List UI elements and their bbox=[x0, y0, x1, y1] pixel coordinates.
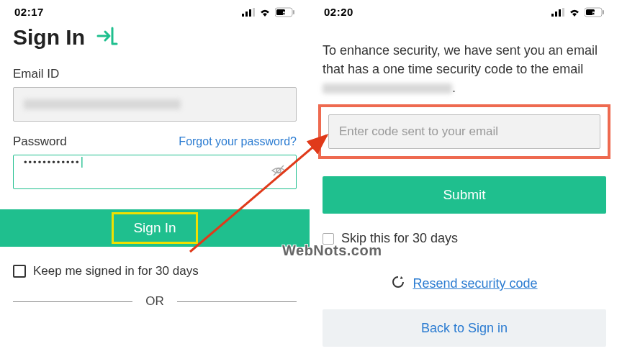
svg-rect-0 bbox=[242, 14, 244, 17]
redacted-email bbox=[323, 83, 452, 94]
svg-text:53: 53 bbox=[283, 9, 289, 16]
svg-rect-16 bbox=[603, 10, 604, 14]
svg-rect-2 bbox=[249, 9, 251, 17]
password-input[interactable]: ••••••••••••| bbox=[13, 155, 297, 189]
battery-icon: 53 bbox=[275, 7, 295, 17]
signin-screen: 02:17 53 Sign In Email bbox=[0, 0, 310, 364]
signin-button[interactable]: Sign In bbox=[0, 209, 310, 247]
security-code-screen: 02:20 53 To enhance security, we have se… bbox=[310, 0, 619, 364]
refresh-icon bbox=[391, 275, 405, 292]
svg-rect-3 bbox=[253, 8, 255, 17]
svg-rect-1 bbox=[245, 12, 248, 17]
email-label: Email ID bbox=[13, 67, 297, 81]
status-time: 02:17 bbox=[14, 6, 44, 18]
page-title: Sign In bbox=[13, 25, 85, 50]
svg-text:53: 53 bbox=[592, 9, 599, 16]
wifi-icon bbox=[259, 8, 271, 17]
security-message: To enhance security, we have sent you an… bbox=[323, 41, 606, 97]
security-code-input[interactable] bbox=[328, 114, 600, 149]
wifi-icon bbox=[569, 8, 580, 17]
signin-arrow-icon bbox=[95, 25, 120, 50]
keep-signed-label: Keep me signed in for 30 days bbox=[33, 264, 199, 278]
svg-line-9 bbox=[274, 165, 284, 176]
email-input[interactable] bbox=[13, 87, 297, 122]
password-label: Password bbox=[13, 135, 67, 149]
signal-icon bbox=[242, 8, 255, 17]
keep-signed-checkbox[interactable] bbox=[13, 265, 26, 278]
highlight-box bbox=[318, 104, 610, 159]
skip-label: Skip this for 30 days bbox=[341, 231, 458, 246]
battery-icon: 53 bbox=[585, 7, 605, 17]
svg-rect-13 bbox=[562, 8, 564, 17]
toggle-visibility-icon[interactable] bbox=[271, 163, 287, 181]
forgot-password-link[interactable]: Forgot your password? bbox=[179, 135, 297, 148]
submit-button[interactable]: Submit bbox=[323, 176, 606, 214]
redacted-email bbox=[24, 99, 181, 109]
status-bar: 02:20 53 bbox=[310, 0, 619, 22]
resend-code-link[interactable]: Resend security code bbox=[413, 276, 537, 291]
svg-rect-6 bbox=[293, 10, 294, 14]
back-to-signin-button[interactable]: Back to Sign in bbox=[323, 309, 606, 347]
status-time: 02:20 bbox=[324, 6, 353, 18]
or-divider: OR bbox=[13, 294, 297, 309]
svg-rect-10 bbox=[551, 14, 554, 17]
svg-rect-12 bbox=[559, 9, 561, 17]
skip-checkbox[interactable] bbox=[323, 233, 334, 245]
signal-icon bbox=[551, 8, 564, 17]
status-bar: 02:17 53 bbox=[0, 0, 310, 22]
svg-rect-11 bbox=[555, 12, 557, 17]
